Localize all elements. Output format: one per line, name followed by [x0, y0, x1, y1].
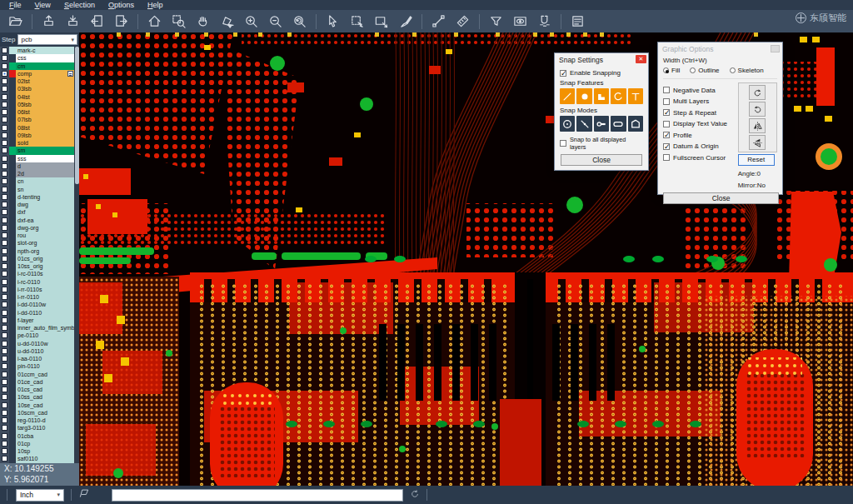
- close-icon[interactable]: [771, 45, 780, 52]
- layer-visibility-checkbox[interactable]: [2, 410, 7, 416]
- frame-edit-icon[interactable]: [369, 12, 393, 32]
- layer-row[interactable]: 2d: [0, 170, 79, 177]
- layer-row[interactable]: i-rr-0110s: [0, 286, 79, 293]
- pan-icon[interactable]: [191, 12, 215, 32]
- layer-visibility-checkbox[interactable]: [2, 171, 7, 177]
- zoom-previous-icon[interactable]: [287, 12, 312, 32]
- layer-row[interactable]: 01ccm_cad: [0, 371, 79, 378]
- snap-feature-corner-icon[interactable]: [594, 88, 609, 104]
- layer-visibility-checkbox[interactable]: [2, 217, 7, 223]
- layer-row[interactable]: 08lst: [0, 124, 79, 132]
- layer-row[interactable]: dxf-ea: [0, 217, 79, 224]
- script-page-icon[interactable]: [78, 487, 90, 502]
- layer-color-swatch[interactable]: [9, 270, 16, 277]
- radio-skeleton[interactable]: Skeleton: [730, 67, 774, 74]
- layer-row[interactable]: sss: [0, 155, 79, 162]
- stamp-in-icon[interactable]: [37, 12, 61, 32]
- layer-visibility-checkbox[interactable]: [2, 71, 7, 77]
- layer-visibility-checkbox[interactable]: [2, 287, 7, 292]
- layer-row[interactable]: 10scm_cad: [0, 409, 79, 417]
- unit-dropdown[interactable]: Inch ▾: [16, 489, 64, 502]
- layer-color-swatch[interactable]: [9, 124, 16, 132]
- layer-color-swatch[interactable]: [9, 193, 16, 201]
- layer-visibility-checkbox[interactable]: [2, 209, 7, 215]
- layer-row[interactable]: npth-org: [0, 247, 79, 255]
- layer-row[interactable]: sn: [0, 186, 79, 193]
- snap-mode-intersection-icon[interactable]: [576, 116, 591, 132]
- layer-visibility-checkbox[interactable]: [2, 332, 7, 338]
- magnet-icon[interactable]: [532, 12, 556, 32]
- checkbox-checked-icon[interactable]: [663, 132, 670, 138]
- layer-row[interactable]: 03lsb: [0, 85, 79, 92]
- layer-row[interactable]: 01cs_cad: [0, 386, 79, 393]
- layer-row[interactable]: targ3-0110: [0, 424, 79, 432]
- layer-color-swatch[interactable]: [9, 232, 16, 239]
- layer-visibility-checkbox[interactable]: [2, 433, 7, 439]
- ruler-icon[interactable]: [451, 12, 475, 32]
- layer-color-swatch[interactable]: [9, 54, 16, 62]
- layer-visibility-checkbox[interactable]: [2, 279, 7, 285]
- layer-row[interactable]: sold: [0, 139, 79, 147]
- layer-color-swatch[interactable]: [9, 440, 16, 447]
- layer-color-swatch[interactable]: [9, 455, 16, 462]
- layer-visibility-checkbox[interactable]: [2, 448, 7, 454]
- layer-visibility-checkbox[interactable]: [2, 310, 7, 316]
- layer-visibility-checkbox[interactable]: [2, 394, 7, 400]
- layer-visibility-checkbox[interactable]: [2, 132, 7, 138]
- layer-color-swatch[interactable]: [9, 255, 16, 262]
- layer-color-swatch[interactable]: [9, 324, 16, 332]
- layer-color-swatch[interactable]: [9, 239, 16, 247]
- layer-visibility-checkbox[interactable]: [2, 271, 7, 277]
- layer-row[interactable]: i-dd-0110w: [0, 301, 79, 308]
- layer-color-swatch[interactable]: [9, 301, 16, 308]
- layer-visibility-checkbox[interactable]: [2, 202, 7, 207]
- layer-row[interactable]: cm: [0, 62, 79, 70]
- checkbox-unchecked-icon[interactable]: [663, 121, 670, 127]
- zoom-out-icon[interactable]: [263, 12, 287, 32]
- layer-color-swatch[interactable]: [9, 417, 16, 424]
- pointer-icon[interactable]: [321, 12, 345, 32]
- layer-color-swatch[interactable]: [9, 147, 16, 154]
- layer-color-swatch[interactable]: [9, 201, 16, 208]
- eye-icon[interactable]: [508, 12, 532, 32]
- layer-color-swatch[interactable]: [9, 70, 16, 77]
- enable-snapping-checkbox-row[interactable]: Enable Snapping: [560, 69, 643, 77]
- radio-icon[interactable]: [690, 67, 696, 73]
- layer-visibility-checkbox[interactable]: [2, 78, 7, 84]
- layer-row[interactable]: mark-c: [0, 47, 79, 54]
- layer-color-swatch[interactable]: [9, 247, 16, 255]
- layer-visibility-checkbox[interactable]: [2, 140, 7, 146]
- layer-color-swatch[interactable]: [9, 278, 16, 286]
- layer-color-swatch[interactable]: [9, 447, 16, 455]
- layer-row[interactable]: d-tenting: [0, 193, 79, 201]
- mirror-h-icon[interactable]: [749, 118, 766, 133]
- home-icon[interactable]: [142, 12, 167, 32]
- layer-row[interactable]: saf0110: [0, 455, 79, 462]
- layer-visibility-checkbox[interactable]: [2, 102, 7, 107]
- layer-color-swatch[interactable]: [9, 340, 16, 347]
- layer-row[interactable]: 01cp: [0, 440, 79, 447]
- layer-row[interactable]: i-rc-0110s: [0, 270, 79, 277]
- layer-visibility-checkbox[interactable]: [2, 94, 7, 100]
- layer-visibility-checkbox[interactable]: [2, 441, 7, 447]
- layer-visibility-checkbox[interactable]: [2, 194, 7, 200]
- snap-feature-text-icon[interactable]: [628, 88, 643, 104]
- layer-visibility-checkbox[interactable]: [2, 263, 7, 269]
- layer-visibility-checkbox[interactable]: [2, 156, 7, 162]
- option-fullscreen-cursor[interactable]: Fullscreen Cursor: [663, 154, 737, 162]
- layer-visibility-checkbox[interactable]: [2, 109, 7, 115]
- layer-color-swatch[interactable]: [9, 116, 16, 123]
- layer-row[interactable]: u-dd-0110w: [0, 340, 79, 347]
- layer-color-swatch[interactable]: [9, 162, 16, 170]
- menu-item-help[interactable]: Help: [142, 0, 169, 10]
- layer-row[interactable]: 01ce_cad: [0, 378, 79, 386]
- layer-visibility-checkbox[interactable]: [2, 417, 7, 423]
- lasso-icon[interactable]: [215, 12, 239, 32]
- radio-outline[interactable]: Outline: [690, 67, 729, 74]
- layer-row[interactable]: u-dd-0110: [0, 347, 79, 355]
- layer-visibility-checkbox[interactable]: [2, 317, 7, 323]
- layer-color-swatch[interactable]: [9, 402, 16, 409]
- layer-visibility-checkbox[interactable]: [2, 125, 7, 131]
- layer-color-swatch[interactable]: [9, 332, 16, 339]
- layer-visibility-checkbox[interactable]: [2, 402, 7, 408]
